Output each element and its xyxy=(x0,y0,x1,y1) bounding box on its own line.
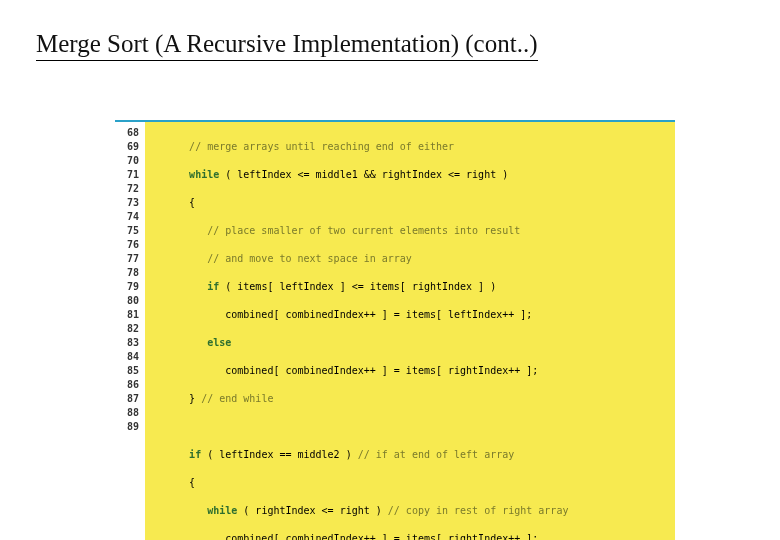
line-number: 80 xyxy=(117,294,139,308)
line-number: 68 xyxy=(117,126,139,140)
slide-title: Merge Sort (A Recursive Implementation) … xyxy=(36,30,538,61)
code-token: combined[ combinedIndex++ ] = items[ lef… xyxy=(153,309,532,320)
code-token: else xyxy=(153,337,231,348)
line-number: 86 xyxy=(117,378,139,392)
line-number: 89 xyxy=(117,420,139,434)
line-number: 71 xyxy=(117,168,139,182)
code-line: while ( rightIndex <= right ) // copy in… xyxy=(153,504,669,518)
line-number: 73 xyxy=(117,196,139,210)
code-token: combined[ combinedIndex++ ] = items[ rig… xyxy=(153,365,538,376)
line-number: 79 xyxy=(117,280,139,294)
line-number: 72 xyxy=(117,182,139,196)
code-token: { xyxy=(153,477,195,488)
line-number: 83 xyxy=(117,336,139,350)
code-token: // end while xyxy=(201,393,273,404)
code-line: } // end while xyxy=(153,392,669,406)
code-token: ( items[ leftIndex ] <= items[ rightInde… xyxy=(219,281,496,292)
code-line: while ( leftIndex <= middle1 && rightInd… xyxy=(153,168,669,182)
line-number: 78 xyxy=(117,266,139,280)
code-token: ( leftIndex == middle2 ) xyxy=(201,449,358,460)
line-number-gutter: 6869707172737475767778798081828384858687… xyxy=(115,122,145,540)
line-number: 82 xyxy=(117,322,139,336)
line-number: 84 xyxy=(117,350,139,364)
line-number: 85 xyxy=(117,364,139,378)
line-number: 77 xyxy=(117,252,139,266)
code-block: 6869707172737475767778798081828384858687… xyxy=(115,120,675,540)
code-line: combined[ combinedIndex++ ] = items[ rig… xyxy=(153,364,669,378)
code-token: ( leftIndex <= middle1 && rightIndex <= … xyxy=(219,169,508,180)
code-token: { xyxy=(153,197,195,208)
code-area: // merge arrays until reaching end of ei… xyxy=(145,122,675,540)
code-token: ( rightIndex <= right ) xyxy=(237,505,388,516)
code-line: // place smaller of two current elements… xyxy=(153,224,669,238)
line-number: 76 xyxy=(117,238,139,252)
line-number: 81 xyxy=(117,308,139,322)
code-line xyxy=(153,420,669,434)
line-number: 69 xyxy=(117,140,139,154)
code-token: // merge arrays until reaching end of ei… xyxy=(153,141,454,152)
slide: Merge Sort (A Recursive Implementation) … xyxy=(0,0,780,540)
code-token: while xyxy=(153,505,237,516)
code-line: combined[ combinedIndex++ ] = items[ rig… xyxy=(153,532,669,540)
code-line: { xyxy=(153,196,669,210)
code-token: // copy in rest of right array xyxy=(388,505,569,516)
line-number: 87 xyxy=(117,392,139,406)
code-line: { xyxy=(153,476,669,490)
code-line: combined[ combinedIndex++ ] = items[ lef… xyxy=(153,308,669,322)
line-number: 88 xyxy=(117,406,139,420)
code-figure: 6869707172737475767778798081828384858687… xyxy=(115,120,675,540)
code-token: } xyxy=(153,393,201,404)
line-number: 70 xyxy=(117,154,139,168)
code-line: // and move to next space in array xyxy=(153,252,669,266)
code-token: // and move to next space in array xyxy=(153,253,412,264)
code-line: else xyxy=(153,336,669,350)
code-token: // if at end of left array xyxy=(358,449,515,460)
code-token: // place smaller of two current elements… xyxy=(153,225,520,236)
code-line: if ( leftIndex == middle2 ) // if at end… xyxy=(153,448,669,462)
line-number: 74 xyxy=(117,210,139,224)
code-line: // merge arrays until reaching end of ei… xyxy=(153,140,669,154)
code-line: if ( items[ leftIndex ] <= items[ rightI… xyxy=(153,280,669,294)
code-token: if xyxy=(153,449,201,460)
code-token: while xyxy=(153,169,219,180)
code-token: if xyxy=(153,281,219,292)
line-number: 75 xyxy=(117,224,139,238)
code-token: combined[ combinedIndex++ ] = items[ rig… xyxy=(153,533,538,540)
